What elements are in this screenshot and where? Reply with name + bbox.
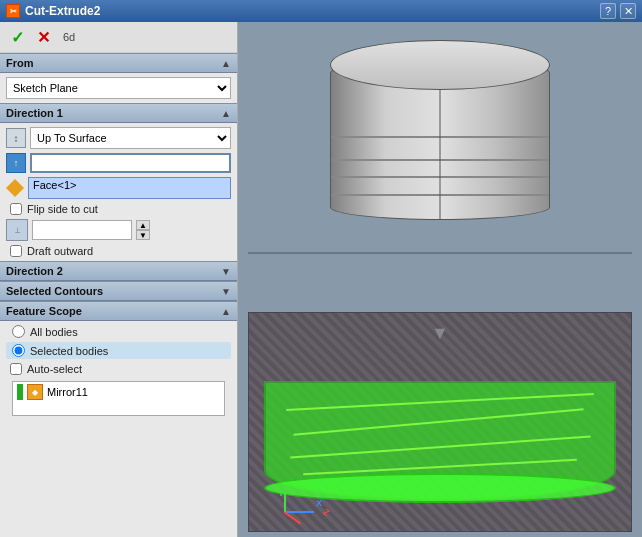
bodies-list: ◆ Mirror11 — [12, 381, 225, 416]
direction2-section-header[interactable]: Direction 2 — [0, 261, 237, 281]
draft-stepper: ▲ ▼ — [136, 220, 150, 240]
from-section-content: Sketch Plane — [0, 73, 237, 103]
cancel-button[interactable]: ✕ — [32, 26, 54, 48]
selected-contours-collapse-icon — [221, 286, 231, 297]
selected-bodies-label: Selected bodies — [30, 345, 108, 357]
draft-row: ⟂ ▲ ▼ — [6, 219, 231, 241]
auto-select-label: Auto-select — [27, 363, 82, 375]
selected-contours-label: Selected Contours — [6, 285, 103, 297]
draft-input[interactable] — [32, 220, 132, 240]
draft-icon: ⟂ — [6, 219, 28, 241]
selected-bodies-radio[interactable] — [12, 344, 25, 357]
direction2-section-label: Direction 2 — [6, 265, 63, 277]
selected-bodies-row: Selected bodies — [6, 342, 231, 359]
selected-contours-section-header[interactable]: Selected Contours — [0, 281, 237, 301]
direction1-section-header[interactable]: Direction 1 — [0, 103, 237, 123]
direction1-collapse-icon — [221, 108, 231, 119]
x-axis-label: X — [316, 498, 322, 508]
feature-scope-section-header[interactable]: Feature Scope — [0, 301, 237, 321]
draft-outward-label: Draft outward — [27, 245, 93, 257]
green-cross-lines — [269, 391, 611, 491]
body-name-label: Mirror11 — [47, 386, 88, 398]
draft-outward-checkbox[interactable] — [10, 245, 22, 257]
from-section-header[interactable]: From — [0, 53, 237, 73]
flip-side-checkbox[interactable] — [10, 203, 22, 215]
close-button[interactable]: ✕ — [620, 3, 636, 19]
body-bar-icon — [17, 384, 23, 400]
model-bottom-view: ▼ X Y Z — [248, 312, 632, 532]
draft-decrement-button[interactable]: ▼ — [136, 230, 150, 240]
viewport: ▼ X Y Z — [238, 22, 642, 537]
from-dropdown[interactable]: Sketch Plane — [6, 77, 231, 99]
auto-select-checkbox[interactable] — [10, 363, 22, 375]
direction-input-row: ↑ — [6, 153, 231, 173]
preview-button[interactable]: 6d — [58, 26, 80, 48]
feature-scope-collapse-icon — [221, 306, 231, 317]
direction1-section-content: ↕ Up To Surface ↑ Face<1> Flip side — [0, 123, 237, 261]
help-button[interactable]: ? — [600, 3, 616, 19]
flip-side-label: Flip side to cut — [27, 203, 98, 215]
ok-button[interactable]: ✓ — [6, 26, 28, 48]
y-axis-label: Y — [278, 488, 284, 498]
face-input[interactable]: Face<1> — [28, 177, 231, 199]
draft-increment-button[interactable]: ▲ — [136, 220, 150, 230]
direction1-section-label: Direction 1 — [6, 107, 63, 119]
green-line-2 — [293, 408, 583, 435]
title-buttons: ? ✕ — [600, 3, 636, 19]
x-axis: X — [284, 511, 314, 513]
direction-icon: ↑ — [6, 153, 26, 173]
axis-indicator: X Y Z — [269, 483, 319, 523]
direction-type-dropdown[interactable]: Up To Surface — [30, 127, 231, 149]
title-bar: ✂ Cut-Extrude2 ? ✕ — [0, 0, 642, 22]
face-field-row: Face<1> — [6, 177, 231, 199]
viewport-divider — [248, 252, 632, 254]
all-bodies-label: All bodies — [30, 326, 78, 338]
model-top-view — [258, 32, 622, 247]
direction-value-input[interactable] — [30, 153, 231, 173]
window-icon: ✂ — [6, 4, 20, 18]
feature-scope-label: Feature Scope — [6, 305, 82, 317]
y-axis: Y — [284, 488, 286, 513]
draft-outward-row: Draft outward — [6, 245, 231, 257]
from-collapse-icon — [221, 58, 231, 69]
flip-side-row: Flip side to cut — [6, 203, 231, 215]
cylinder-model — [320, 40, 560, 240]
direction-type-row: ↕ Up To Surface — [6, 127, 231, 149]
down-arrow-indicator: ▼ — [431, 323, 449, 344]
green-line-3 — [290, 436, 590, 459]
z-axis: Z — [283, 511, 301, 524]
cylinder-top-ellipse — [330, 40, 550, 90]
title-bar-left: ✂ Cut-Extrude2 — [6, 4, 100, 18]
direction-arrow-icon[interactable]: ↕ — [6, 128, 26, 148]
green-line-1 — [286, 393, 593, 411]
green-line-4 — [303, 459, 576, 475]
all-bodies-radio[interactable] — [12, 325, 25, 338]
body-shape-icon: ◆ — [27, 384, 43, 400]
from-section-label: From — [6, 57, 34, 69]
face-icon — [6, 179, 24, 197]
auto-select-row: Auto-select — [6, 363, 231, 375]
toolbar-row: ✓ ✕ 6d — [0, 22, 237, 53]
window-title: Cut-Extrude2 — [25, 4, 100, 18]
feature-scope-content: All bodies Selected bodies Auto-select ◆… — [0, 321, 237, 422]
body-item-mirror11[interactable]: ◆ Mirror11 — [13, 382, 224, 402]
all-bodies-row: All bodies — [6, 325, 231, 338]
direction-arrow: ↑ — [14, 158, 19, 168]
main-content: ✓ ✕ 6d From Sketch Plane Direction 1 ↕ — [0, 22, 642, 537]
left-panel: ✓ ✕ 6d From Sketch Plane Direction 1 ↕ — [0, 22, 238, 537]
from-dropdown-row: Sketch Plane — [6, 77, 231, 99]
direction2-collapse-icon — [221, 266, 231, 277]
